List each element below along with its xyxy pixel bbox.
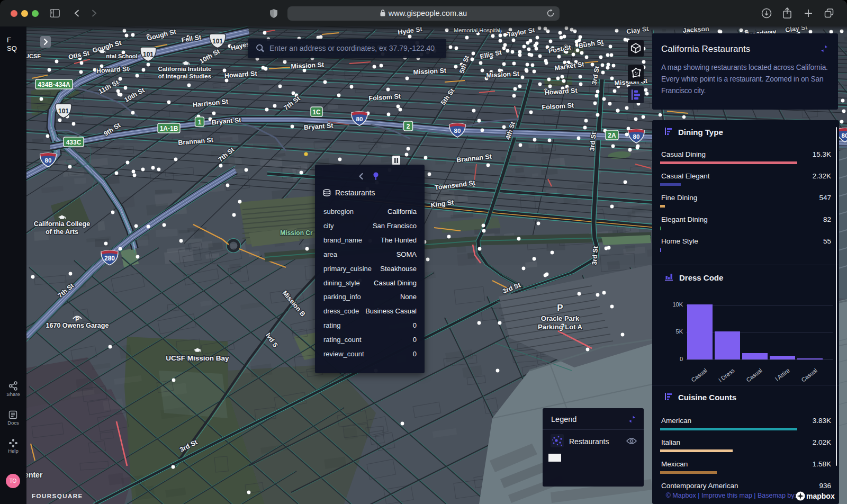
- svg-text:2: 2: [407, 123, 410, 130]
- svg-text:California College: California College: [34, 220, 90, 228]
- svg-text:Parking Lot A: Parking Lot A: [538, 323, 583, 331]
- svg-text:101: 101: [212, 38, 223, 45]
- svg-text:434B-434A: 434B-434A: [38, 81, 70, 88]
- svg-text:80: 80: [454, 128, 461, 134]
- svg-text:1C: 1C: [312, 109, 321, 116]
- svg-text:P: P: [557, 303, 563, 313]
- svg-text:3rd St: 3rd St: [591, 246, 599, 265]
- svg-text:UCSF: UCSF: [25, 53, 41, 59]
- svg-text:ntal School: ntal School: [106, 53, 137, 59]
- svg-text:FOURSQUARE: FOURSQUARE: [32, 493, 83, 499]
- svg-text:80: 80: [356, 116, 363, 122]
- svg-text:80: 80: [45, 157, 52, 164]
- svg-text:433C: 433C: [66, 139, 82, 146]
- svg-text:California Institute: California Institute: [158, 66, 212, 72]
- svg-text:Mission Cr: Mission Cr: [280, 229, 313, 237]
- svg-text:1A-1B: 1A-1B: [160, 125, 178, 132]
- svg-text:Oracle Park: Oracle Park: [541, 314, 580, 322]
- svg-text:101: 101: [143, 51, 154, 58]
- svg-text:80: 80: [842, 132, 847, 139]
- svg-text:UCSF Mission Bay: UCSF Mission Bay: [166, 354, 229, 362]
- svg-text:P: P: [75, 316, 79, 322]
- svg-text:280: 280: [104, 255, 115, 262]
- svg-text:mapbox: mapbox: [806, 492, 835, 500]
- svg-text:1: 1: [198, 119, 202, 126]
- svg-text:80: 80: [633, 133, 640, 140]
- svg-text:101: 101: [58, 107, 69, 115]
- svg-text:2A: 2A: [608, 132, 616, 139]
- svg-text:of the Arts: of the Arts: [46, 228, 78, 236]
- svg-text:1670 Owens Garage: 1670 Owens Garage: [46, 322, 109, 329]
- svg-text:of Integral Studies: of Integral Studies: [158, 73, 211, 79]
